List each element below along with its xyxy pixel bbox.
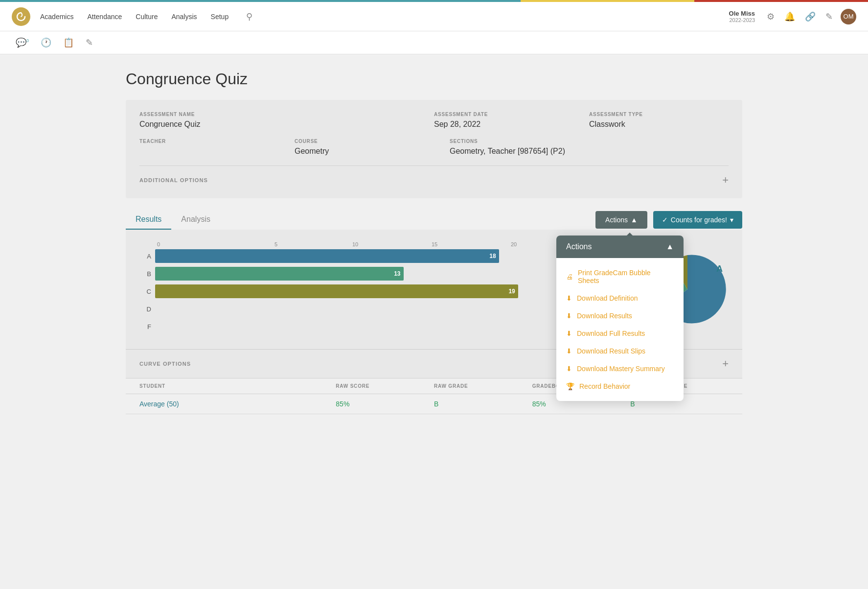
curve-options-toggle[interactable]: +: [722, 357, 729, 370]
page-content: Congruence Quiz ASSESSMENT NAME Congruen…: [106, 54, 762, 430]
actions-button[interactable]: Actions ▲: [595, 211, 647, 229]
top-navigation: Academics Attendance Culture Analysis Se…: [0, 2, 868, 31]
clock-icon[interactable]: 🕐: [37, 35, 55, 50]
notifications-icon[interactable]: 🔔: [782, 9, 797, 24]
dropdown-header: Actions ▲: [556, 236, 684, 258]
dropdown-header-chevron: ▲: [666, 242, 674, 251]
tab-analysis[interactable]: Analysis: [171, 210, 220, 230]
bar-fill-c: 19: [155, 284, 518, 298]
user-info: Ole Miss 2022-2023: [729, 10, 755, 23]
dropdown-item-label-full-results: Download Full Results: [577, 330, 645, 337]
actions-label: Actions: [605, 216, 628, 224]
col-header-student: STUDENT: [139, 383, 336, 389]
axis-label-15: 15: [395, 241, 474, 247]
dropdown-item-label-result-slips: Download Result Slips: [577, 347, 645, 355]
nav-attendance[interactable]: Attendance: [87, 11, 122, 23]
assessment-sections-field: SECTIONS Geometry, Teacher [987654] (P2): [450, 139, 729, 156]
assessment-teacher-field: TEACHER: [139, 139, 279, 156]
dropdown-item-label-results: Download Results: [577, 312, 632, 320]
user-year: 2022-2023: [729, 17, 755, 23]
app-logo[interactable]: [12, 7, 30, 26]
toolbar: 💬0 🕐 📋 ✎: [0, 31, 868, 54]
bar-label-b: B: [141, 270, 151, 278]
course-value: Geometry: [295, 147, 434, 156]
bar-value-c: 19: [508, 288, 518, 295]
pen-icon[interactable]: ✎: [82, 35, 97, 50]
assessment-date-label: ASSESSMENT DATE: [434, 112, 573, 117]
assessment-type-label: ASSESSMENT TYPE: [589, 112, 729, 117]
user-name: Ole Miss: [729, 10, 755, 17]
download-definition-icon: ⬇: [566, 294, 572, 302]
teacher-label: TEACHER: [139, 139, 279, 144]
tabs-bar: Results Analysis Actions ▲ ✓ Counts for …: [126, 210, 742, 230]
bar-label-d: D: [141, 306, 151, 313]
assessment-grid-row1: ASSESSMENT NAME Congruence Quiz ASSESSME…: [139, 112, 729, 129]
dropdown-item-download-result-slips[interactable]: ⬇ Download Result Slips: [556, 342, 684, 360]
assessment-type-field: ASSESSMENT TYPE Classwork: [589, 112, 729, 129]
assessment-name-value: Congruence Quiz: [139, 120, 418, 129]
topnav-right: Ole Miss 2022-2023 ⚙ 🔔 🔗 ✎ OM: [729, 9, 856, 24]
cell-gb-score-average: 85%: [532, 400, 631, 408]
cell-raw-grade-average: B: [434, 400, 532, 408]
assessment-type-value: Classwork: [589, 120, 729, 129]
assessment-info-card: ASSESSMENT NAME Congruence Quiz ASSESSME…: [126, 100, 742, 198]
counts-chevron: ▾: [730, 216, 733, 224]
dropdown-item-print-gradecam[interactable]: 🖨 Print GradeCam Bubble Sheets: [556, 264, 684, 289]
col-header-raw-grade: RAW GRADE: [434, 383, 532, 389]
cell-raw-score-average: 85%: [336, 400, 434, 408]
bar-fill-b: 13: [155, 267, 404, 281]
additional-options-label: ADDITIONAL OPTIONS: [139, 177, 208, 183]
additional-options-toggle[interactable]: +: [722, 174, 729, 187]
comment-icon[interactable]: 💬0: [12, 35, 33, 50]
dropdown-header-label: Actions: [566, 242, 592, 251]
dropdown-item-download-full-results[interactable]: ⬇ Download Full Results: [556, 325, 684, 342]
curve-options-label: CURVE OPTIONS: [139, 361, 191, 367]
axis-label-0: 0: [157, 241, 236, 247]
axis-label-5: 5: [236, 241, 316, 247]
tabs-right-actions: Actions ▲ ✓ Counts for grades! ▾ Actions…: [595, 211, 742, 229]
actions-chevron: ▲: [631, 216, 638, 224]
tab-results[interactable]: Results: [126, 210, 171, 230]
record-behavior-icon: 🏆: [566, 382, 574, 390]
download-results-icon: ⬇: [566, 312, 572, 320]
dropdown-item-record-behavior[interactable]: 🏆 Record Behavior: [556, 377, 684, 395]
dropdown-item-download-definition[interactable]: ⬇ Download Definition: [556, 289, 684, 307]
dropdown-item-download-mastery-summary[interactable]: ⬇ Download Mastery Summary: [556, 360, 684, 377]
counts-label: Counts for grades!: [671, 216, 727, 224]
course-label: COURSE: [295, 139, 434, 144]
settings-icon[interactable]: ⚙: [765, 9, 777, 24]
nav-academics[interactable]: Academics: [40, 11, 73, 23]
bar-value-b: 13: [394, 270, 404, 277]
bar-value-a: 18: [489, 253, 499, 259]
page-title: Congruence Quiz: [126, 70, 742, 88]
col-header-raw-score: RAW SCORE: [336, 383, 434, 389]
assessment-grid-row2: TEACHER COURSE Geometry SECTIONS Geometr…: [139, 139, 729, 156]
cell-student-average[interactable]: Average (50): [139, 400, 336, 408]
axis-label-10: 10: [316, 241, 395, 247]
search-button[interactable]: ⚲: [246, 11, 252, 22]
dropdown-item-label-mastery: Download Mastery Summary: [577, 365, 665, 373]
assessment-name-field: ASSESSMENT NAME Congruence Quiz: [139, 112, 418, 129]
actions-dropdown-menu: Actions ▲ 🖨 Print GradeCam Bubble Sheets…: [556, 236, 684, 401]
download-mastery-icon: ⬇: [566, 365, 572, 373]
edit-icon[interactable]: ✎: [823, 9, 835, 24]
cell-gb-grade-average: B: [630, 400, 729, 408]
avatar[interactable]: OM: [841, 9, 856, 24]
nav-culture[interactable]: Culture: [136, 11, 158, 23]
copy-icon[interactable]: 📋: [59, 35, 78, 50]
sections-value: Geometry, Teacher [987654] (P2): [450, 147, 729, 156]
print-icon: 🖨: [566, 273, 573, 281]
dropdown-body: 🖨 Print GradeCam Bubble Sheets ⬇ Downloa…: [556, 258, 684, 401]
counts-for-grades-button[interactable]: ✓ Counts for grades! ▾: [653, 211, 742, 229]
axis-label-20: 20: [474, 241, 553, 247]
sections-label: SECTIONS: [450, 139, 729, 144]
dropdown-item-download-results[interactable]: ⬇ Download Results: [556, 307, 684, 325]
dropdown-item-label-print: Print GradeCam Bubble Sheets: [578, 269, 674, 284]
bar-label-a: A: [141, 253, 151, 260]
bar-label-c: C: [141, 288, 151, 295]
nav-analysis[interactable]: Analysis: [171, 11, 197, 23]
share-icon[interactable]: 🔗: [803, 9, 818, 24]
nav-setup[interactable]: Setup: [211, 11, 229, 23]
assessment-date-value: Sep 28, 2022: [434, 120, 573, 129]
dropdown-item-label-definition: Download Definition: [577, 294, 638, 302]
